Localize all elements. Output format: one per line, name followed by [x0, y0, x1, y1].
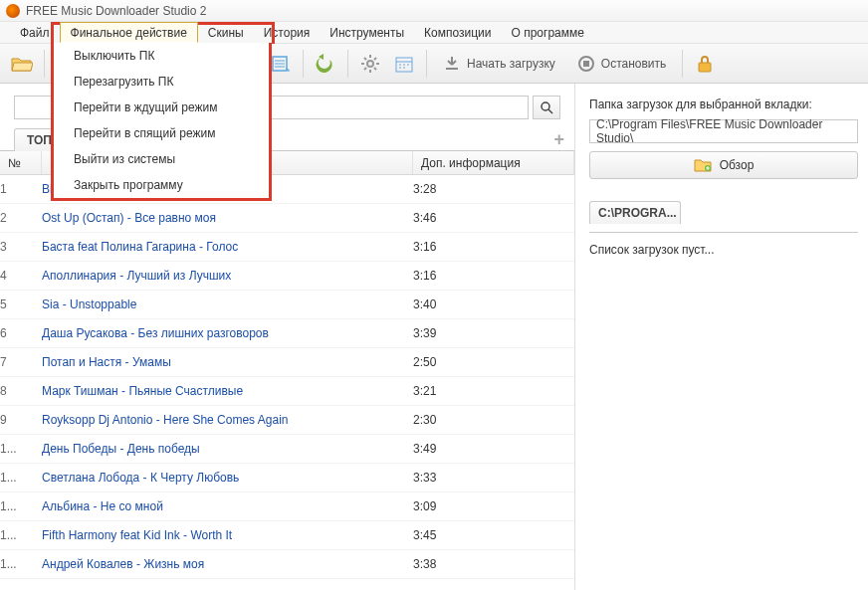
dropdown-item[interactable]: Перейти в спящий режим: [54, 120, 269, 146]
cell-info: 3:40: [413, 297, 574, 311]
menu-История[interactable]: История: [254, 22, 321, 43]
menu-О программе[interactable]: О программе: [502, 22, 594, 43]
cell-number: 5: [0, 297, 42, 311]
undo-icon: [316, 54, 335, 74]
app-icon: [6, 4, 20, 18]
cell-info: 2:30: [413, 413, 574, 427]
right-panel: Папка загрузок для выбранной вкладки: C:…: [575, 84, 868, 590]
table-row[interactable]: 1...Альбина - Не со мной3:09: [0, 492, 574, 521]
cell-title: Баста feat Полина Гагарина - Голос: [42, 240, 413, 254]
cell-title: Даша Русакова - Без лишних разговоров: [42, 326, 413, 340]
cell-number: 6: [0, 326, 42, 340]
cell-info: 3:16: [413, 269, 574, 283]
svg-point-9: [542, 102, 549, 110]
add-tab-button[interactable]: +: [553, 129, 564, 150]
cell-title: Альбина - Не со мной: [42, 499, 413, 513]
svg-rect-8: [699, 63, 711, 72]
dropdown-item[interactable]: Выйти из системы: [54, 146, 269, 172]
lock-button[interactable]: [691, 50, 719, 78]
dropdown-item[interactable]: Перейти в ждущий режим: [54, 95, 269, 120]
table-row[interactable]: 6Даша Русакова - Без лишних разговоров3:…: [0, 319, 574, 348]
start-download-label: Начать загрузку: [467, 57, 555, 71]
svg-point-4: [367, 61, 373, 67]
dropdown-item[interactable]: Закрыть программу: [54, 172, 269, 198]
table-row[interactable]: 1...Светлана Лобода - К Черту Любовь3:33: [0, 464, 574, 492]
download-start-icon: [443, 55, 461, 73]
dropdown-item[interactable]: Выключить ПК: [54, 43, 269, 69]
calendar-icon: [395, 55, 413, 73]
menu-Скины[interactable]: Скины: [198, 22, 254, 43]
table-row[interactable]: 5Sia - Unstoppable3:40: [0, 291, 574, 319]
table-row[interactable]: 8Марк Тишман - Пьяные Счастливые3:21: [0, 377, 574, 406]
download-folder-label: Папка загрузок для выбранной вкладки:: [589, 98, 858, 111]
menu-Финальное действие[interactable]: Финальное действие: [60, 22, 198, 43]
list-dropdown-icon: [271, 54, 291, 74]
cell-title: Потап и Настя - Умамы: [42, 355, 413, 369]
cell-title: Аполлинария - Лучший из Лучших: [42, 269, 413, 283]
cell-number: 1...: [0, 557, 42, 571]
cell-number: 1...: [0, 442, 42, 456]
dropdown-item[interactable]: Перезагрузить ПК: [54, 69, 269, 95]
table-row[interactable]: 7Потап и Настя - Умамы2:50: [0, 348, 574, 377]
menu-Инструменты[interactable]: Инструменты: [320, 22, 414, 43]
table-row[interactable]: 3Баста feat Полина Гагарина - Голос3:16: [0, 233, 574, 262]
svg-rect-7: [583, 61, 589, 67]
cell-title: Андрей Ковалев - Жизнь моя: [42, 557, 413, 571]
menu-Композиции[interactable]: Композиции: [414, 22, 501, 43]
table-row[interactable]: 2Ost Up (Остап) - Все равно моя3:46: [0, 204, 574, 233]
cell-number: 7: [0, 355, 42, 369]
table-row[interactable]: 1...Андрей Ковалев - Жизнь моя3:38: [0, 550, 574, 579]
cell-info: 3:39: [413, 326, 574, 340]
folder-open-icon: [11, 55, 33, 73]
download-folder-path[interactable]: C:\Program Files\FREE Music Downloader S…: [589, 119, 858, 143]
cell-title: Sia - Unstoppable: [42, 297, 413, 311]
titlebar: FREE Music Downloader Studio 2: [0, 0, 868, 22]
table-row[interactable]: 1...День Победы - День победы3:49: [0, 435, 574, 464]
track-list[interactable]: 1Birdy - Keeping Your Head Up3:282Ost Up…: [0, 175, 574, 590]
browse-label: Обзор: [720, 158, 755, 172]
cell-info: 3:28: [413, 182, 574, 196]
right-tab[interactable]: C:\PROGRA...: [589, 201, 681, 224]
cell-info: 3:49: [413, 442, 574, 456]
cell-title: Ost Up (Остап) - Все равно моя: [42, 211, 413, 225]
lock-icon: [697, 55, 713, 73]
cell-info: 3:38: [413, 557, 574, 571]
stop-download-label: Остановить: [601, 57, 667, 71]
cell-title: Fifth Harmony feat Kid Ink - Worth It: [42, 528, 413, 542]
table-row[interactable]: 1...Fifth Harmony feat Kid Ink - Worth I…: [0, 521, 574, 550]
cell-info: 3:45: [413, 528, 574, 542]
final-action-dropdown: Выключить ПКПерезагрузить ПКПерейти в жд…: [51, 43, 272, 201]
menu-Файл[interactable]: Файл: [10, 22, 60, 43]
cell-info: 2:50: [413, 355, 574, 369]
cell-title: Светлана Лобода - К Черту Любовь: [42, 471, 413, 485]
cell-number: 4: [0, 269, 42, 283]
search-button[interactable]: [533, 96, 560, 119]
cell-title: Марк Тишман - Пьяные Счастливые: [42, 384, 413, 398]
col-number[interactable]: №: [0, 151, 42, 174]
cell-info: 3:46: [413, 211, 574, 225]
cell-number: 1...: [0, 471, 42, 485]
settings-button[interactable]: [356, 50, 384, 78]
cell-number: 1...: [0, 499, 42, 513]
cell-number: 1: [0, 182, 42, 196]
menubar: ФайлФинальное действиеСкиныИсторияИнстру…: [0, 22, 868, 44]
gear-icon: [360, 54, 380, 74]
browse-button[interactable]: Обзор: [589, 151, 858, 179]
undo-button[interactable]: [312, 50, 339, 78]
cell-title: Royksopp Dj Antonio - Here She Comes Aga…: [42, 413, 413, 427]
cell-number: 8: [0, 384, 42, 398]
start-download-button[interactable]: Начать загрузку: [435, 50, 563, 78]
calendar-button[interactable]: [390, 50, 418, 78]
cell-number: 3: [0, 240, 42, 254]
table-row[interactable]: 4Аполлинария - Лучший из Лучших3:16: [0, 262, 574, 291]
cell-number: 9: [0, 413, 42, 427]
cell-info: 3:16: [413, 240, 574, 254]
app-title: FREE Music Downloader Studio 2: [26, 4, 206, 18]
table-row[interactable]: 9Royksopp Dj Antonio - Here She Comes Ag…: [0, 406, 574, 435]
search-icon: [540, 100, 553, 114]
stop-download-button[interactable]: Остановить: [569, 50, 675, 78]
open-folder-button[interactable]: [8, 50, 36, 78]
col-info[interactable]: Доп. информация: [413, 151, 574, 174]
cell-number: 2: [0, 211, 42, 225]
folder-browse-icon: [694, 158, 712, 172]
